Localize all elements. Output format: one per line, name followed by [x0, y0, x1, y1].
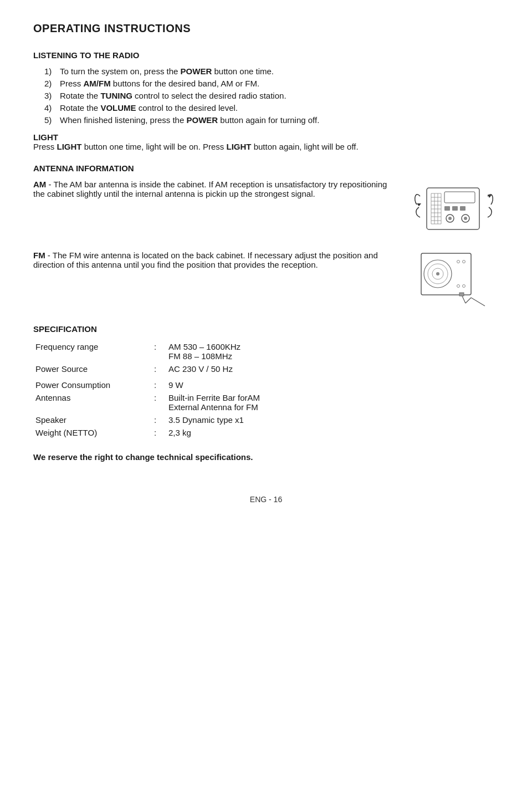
spec-colon-frequency: :: [144, 340, 166, 362]
spec-table: Frequency range : AM 530 – 1600KHzFM 88 …: [33, 340, 499, 439]
step-2-num: 2): [44, 79, 55, 88]
spec-value-power-source: AC 230 V / 50 Hz: [166, 362, 499, 375]
listening-steps: 1) To turn the system on, press the POWE…: [33, 67, 499, 125]
am-row: AM - The AM bar antenna is inside the ca…: [33, 180, 499, 241]
spec-label-antennas: Antennas: [33, 391, 144, 413]
page-title: OPERATING INSTRUCTIONS: [33, 22, 499, 35]
step-3-num: 3): [44, 91, 55, 100]
spec-label-speaker: Speaker: [33, 413, 144, 426]
spec-row-power-consumption: Power Consumption : 9 W: [33, 379, 499, 391]
spec-row-speaker: Speaker : 3.5 Dynamic type x1: [33, 413, 499, 426]
svg-marker-22: [417, 203, 421, 206]
listening-section: LISTENING TO THE RADIO 1) To turn the sy…: [33, 50, 499, 125]
svg-rect-36: [459, 293, 464, 296]
step-4-text: Rotate the VOLUME control to the desired…: [60, 103, 238, 113]
light-heading: LIGHT: [33, 132, 58, 142]
svg-marker-23: [488, 195, 492, 198]
spec-label-frequency: Frequency range: [33, 340, 144, 362]
svg-rect-15: [444, 206, 450, 211]
antenna-heading: ANTENNA INFORMATION: [33, 164, 499, 173]
fm-paragraph: FM - The FM wire antenna is located on t…: [33, 251, 399, 269]
spec-value-speaker: 3.5 Dynamic type x1: [166, 413, 499, 426]
am-text-block: AM - The AM bar antenna is inside the ca…: [33, 180, 399, 198]
am-radio-illustration: [410, 180, 499, 241]
step-4-num: 4): [44, 103, 55, 113]
spec-colon-power-source: :: [144, 362, 166, 375]
svg-rect-14: [444, 192, 475, 203]
spec-row-weight: Weight (NETTO) : 2,3 kg: [33, 426, 499, 439]
svg-point-28: [436, 272, 439, 275]
spec-value-frequency: AM 530 – 1600KHzFM 88 – 108MHz: [166, 340, 499, 362]
footer-note: We reserve the right to change technical…: [33, 452, 499, 462]
listening-heading: LISTENING TO THE RADIO: [33, 50, 499, 60]
spec-label-power-source: Power Source: [33, 362, 144, 375]
fm-svg: [418, 251, 490, 309]
svg-line-34: [466, 298, 471, 303]
am-paragraph: AM - The AM bar antenna is inside the ca…: [33, 180, 399, 198]
fm-illustration: [410, 251, 499, 309]
step-1-text: To turn the system on, press the POWER b…: [60, 67, 274, 76]
antenna-section: ANTENNA INFORMATION AM - The AM bar ante…: [33, 164, 499, 309]
radio-svg: [410, 180, 499, 241]
step-3: 3) Rotate the TUNING control to select t…: [44, 91, 499, 100]
spec-row-antennas: Antennas : Built-in Ferrite Bar forAMExt…: [33, 391, 499, 413]
svg-line-35: [471, 298, 485, 306]
step-1: 1) To turn the system on, press the POWE…: [44, 67, 499, 76]
step-2-text: Press AM/FM buttons for the desired band…: [60, 79, 259, 88]
step-5-num: 5): [44, 115, 55, 125]
svg-point-30: [463, 261, 466, 263]
step-5: 5) When finished listening, press the PO…: [44, 115, 499, 125]
spec-value-power-consumption: 9 W: [166, 379, 499, 391]
specification-section: SPECIFICATION Frequency range : AM 530 –…: [33, 324, 499, 462]
svg-rect-24: [421, 253, 471, 295]
spec-row-power-source: Power Source : AC 230 V / 50 Hz: [33, 362, 499, 375]
page-number: ENG - 16: [33, 495, 499, 504]
spec-colon-power-consumption: :: [144, 379, 166, 391]
svg-rect-17: [460, 206, 466, 211]
light-section: LIGHT Press LIGHT button one time, light…: [33, 132, 499, 151]
svg-point-29: [457, 261, 460, 263]
svg-point-19: [448, 217, 452, 220]
svg-point-21: [464, 217, 467, 220]
light-text: LIGHT Press LIGHT button one time, light…: [33, 132, 499, 151]
spec-colon-antennas: :: [144, 391, 166, 413]
step-4: 4) Rotate the VOLUME control to the desi…: [44, 103, 499, 113]
spec-label-power-consumption: Power Consumption: [33, 379, 144, 391]
step-1-num: 1): [44, 67, 55, 76]
fm-row: FM - The FM wire antenna is located on t…: [33, 251, 499, 309]
spec-colon-weight: :: [144, 426, 166, 439]
svg-point-31: [457, 285, 460, 288]
spec-value-antennas: Built-in Ferrite Bar forAMExternal Anten…: [166, 391, 499, 413]
spec-value-weight: 2,3 kg: [166, 426, 499, 439]
spec-label-weight: Weight (NETTO): [33, 426, 144, 439]
specification-heading: SPECIFICATION: [33, 324, 499, 334]
svg-point-32: [463, 285, 466, 288]
step-2: 2) Press AM/FM buttons for the desired b…: [44, 79, 499, 88]
spec-row-frequency: Frequency range : AM 530 – 1600KHzFM 88 …: [33, 340, 499, 362]
spec-colon-speaker: :: [144, 413, 166, 426]
fm-text-block: FM - The FM wire antenna is located on t…: [33, 251, 399, 269]
step-3-text: Rotate the TUNING control to select the …: [60, 91, 287, 100]
svg-rect-16: [452, 206, 458, 211]
step-5-text: When finished listening, press the POWER…: [60, 115, 319, 125]
